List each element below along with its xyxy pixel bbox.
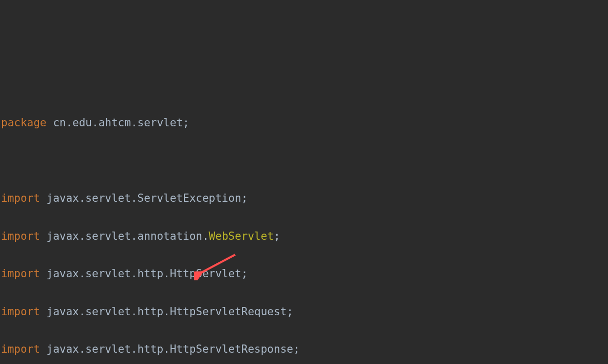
code-line: import javax.servlet.ServletException; [0,189,608,208]
code-line: import javax.servlet.annotation.WebServl… [0,227,608,246]
import-path: javax.servlet.http.HttpServlet; [40,267,248,280]
code-editor[interactable]: package cn.edu.ahtcm.servlet; import jav… [0,94,608,364]
code-line: import javax.servlet.http.HttpServlet; [0,264,608,283]
code-line: package cn.edu.ahtcm.servlet; [0,113,608,132]
keyword-import: import [1,267,40,280]
keyword-package: package [1,117,47,129]
keyword-import: import [1,230,40,242]
import-path: javax.servlet.ServletException; [40,192,248,204]
keyword-import: import [1,192,40,204]
import-path: javax.servlet.http.HttpServletResponse; [40,343,300,355]
keyword-import: import [1,305,40,318]
import-path: javax.servlet.annotation. [40,230,209,242]
semicolon: ; [274,230,280,242]
annotation-class: WebServlet [209,230,274,242]
package-name: cn.edu.ahtcm.servlet; [47,117,189,129]
import-path: javax.servlet.http.HttpServletRequest; [40,305,293,318]
code-line-blank [0,151,608,170]
code-line: import javax.servlet.http.HttpServletReq… [0,302,608,321]
keyword-import: import [1,343,40,355]
code-line: import javax.servlet.http.HttpServletRes… [0,340,608,359]
